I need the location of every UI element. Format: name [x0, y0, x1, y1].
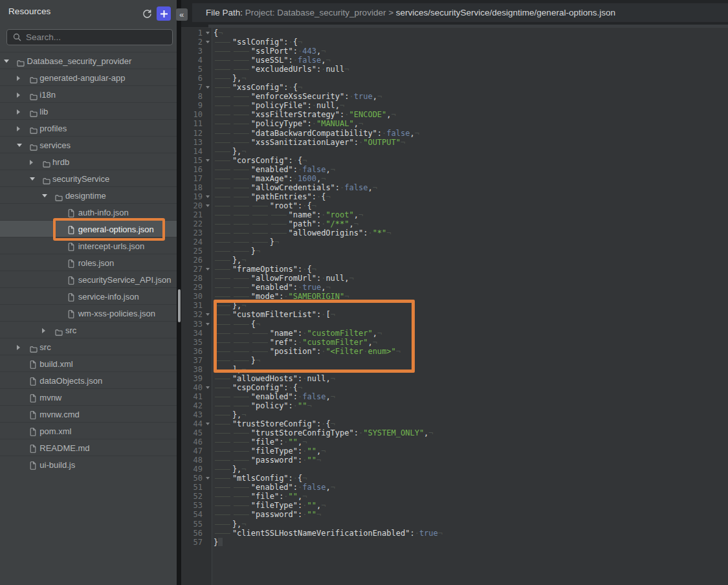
- code-line-38[interactable]: ],¬: [212, 365, 728, 374]
- code-line-18[interactable]: "allowCredentials":·false,¬: [212, 183, 728, 192]
- tree-item-wm-xss-policies-json[interactable]: wm-xss-policies.json: [0, 304, 177, 321]
- tree-item-designtime[interactable]: designtime: [0, 186, 177, 203]
- chevron-expanded-icon[interactable]: [17, 144, 22, 147]
- tree-item-auth-info-json[interactable]: auth-info.json: [0, 203, 177, 220]
- sidebar-scrollbar-thumb[interactable]: [178, 289, 181, 322]
- fold-toggle-icon[interactable]: [206, 41, 210, 43]
- code-line-4[interactable]: "useSSL":·false,¬: [212, 56, 728, 65]
- code-line-32[interactable]: "customFilterList":·[¬: [212, 310, 728, 319]
- tree-item-lib[interactable]: lib: [0, 102, 177, 119]
- code-line-28[interactable]: "allowFromUrl":·null,¬: [212, 274, 728, 283]
- chevron-collapsed-icon[interactable]: [17, 126, 20, 131]
- code-line-23[interactable]: "allowedOrigins":·"*"¬: [212, 228, 728, 237]
- chevron-collapsed-icon[interactable]: [17, 76, 20, 81]
- chevron-collapsed-icon[interactable]: [42, 328, 45, 333]
- code-line-5[interactable]: "excludedUrls":·null¬: [212, 65, 728, 74]
- tree-item-build-xml[interactable]: build.xml: [0, 355, 177, 371]
- refresh-button[interactable]: [142, 8, 153, 19]
- tree-item-readme-md[interactable]: README.md: [0, 439, 177, 456]
- code-line-21[interactable]: "name":·"root",¬: [212, 210, 728, 219]
- code-line-39[interactable]: "allowedHosts":·null,¬: [212, 374, 728, 383]
- code-line-31[interactable]: },¬: [212, 301, 728, 310]
- code-line-46[interactable]: "file":·"",¬: [212, 437, 728, 447]
- code-editor[interactable]: 1234567891011121314151617181920212223242…: [181, 28, 728, 585]
- code-line-10[interactable]: "xssFilterStrategy":·"ENCODE",¬: [212, 110, 728, 119]
- sidebar-scrollbar-track[interactable]: [177, 0, 181, 585]
- code-line-27[interactable]: "frameOptions":·{¬: [212, 265, 728, 274]
- chevron-collapsed-icon[interactable]: [17, 109, 20, 115]
- code-line-57[interactable]: }: [212, 538, 728, 547]
- tree-item-general-options-json[interactable]: general-options.json: [0, 220, 177, 237]
- chevron-expanded-icon[interactable]: [30, 177, 35, 181]
- code-line-7[interactable]: "xssConfig":·{¬: [212, 83, 728, 92]
- code-line-15[interactable]: "corsConfig":·{¬: [212, 156, 728, 165]
- tree-item-database-security-provider[interactable]: Database_security_provider: [0, 52, 177, 69]
- code-line-42[interactable]: "policy":·""¬: [212, 401, 728, 410]
- fold-toggle-icon[interactable]: [206, 195, 210, 198]
- code-line-22[interactable]: "path":·"/**",¬: [212, 219, 728, 228]
- tree-item-service-info-json[interactable]: service-info.json: [0, 287, 177, 304]
- collapse-sidebar-button[interactable]: «: [176, 8, 188, 21]
- code-line-24[interactable]: }¬: [212, 237, 728, 247]
- tree-item-i18n[interactable]: i18n: [0, 85, 177, 102]
- code-line-52[interactable]: "file":·"",¬: [212, 492, 728, 501]
- chevron-collapsed-icon[interactable]: [17, 345, 20, 350]
- code-line-51[interactable]: "enabled":·false,¬: [212, 483, 728, 492]
- tree-item-src[interactable]: src: [0, 321, 177, 338]
- code-line-36[interactable]: "position":·"<Filter·enum>"¬: [212, 347, 728, 356]
- code-line-29[interactable]: "enabled":·true,¬: [212, 283, 728, 292]
- tree-item-pom-xml[interactable]: pom.xml: [0, 422, 177, 439]
- code-line-43[interactable]: },¬: [212, 410, 728, 419]
- code-line-49[interactable]: },¬: [212, 465, 728, 474]
- code-line-54[interactable]: "password":·""¬: [212, 510, 728, 519]
- code-line-13[interactable]: "xssSanitizationLayer":·"OUTPUT"¬: [212, 138, 728, 147]
- add-resource-button[interactable]: [157, 6, 171, 21]
- fold-toggle-icon[interactable]: [206, 323, 210, 326]
- tree-item-securityservice[interactable]: securityService: [0, 170, 177, 186]
- tree-item-mvnw[interactable]: mvnw: [0, 388, 177, 405]
- code-line-3[interactable]: "sslPort":·443,¬: [212, 47, 728, 56]
- fold-toggle-icon[interactable]: [206, 313, 210, 316]
- code-line-37[interactable]: }¬: [212, 356, 728, 365]
- code-line-48[interactable]: "password":·""¬: [212, 456, 728, 465]
- code-line-25[interactable]: }¬: [212, 247, 728, 256]
- code-line-40[interactable]: "cspConfig":·{¬: [212, 383, 728, 392]
- code-line-47[interactable]: "fileType":·"",¬: [212, 447, 728, 456]
- tree-item-generated-angular-app[interactable]: generated-angular-app: [0, 69, 177, 85]
- tree-item-ui-build-js[interactable]: ui-build.js: [0, 456, 177, 472]
- code-line-35[interactable]: "ref":·"customFilter",¬: [212, 338, 728, 347]
- code-line-33[interactable]: {¬: [212, 320, 728, 329]
- chevron-expanded-icon[interactable]: [42, 194, 47, 197]
- code-line-8[interactable]: "enforceXssSecurity":·true,¬: [212, 92, 728, 101]
- chevron-expanded-icon[interactable]: [4, 60, 9, 63]
- code-line-19[interactable]: "pathEntries":·{¬: [212, 192, 728, 201]
- editor-content[interactable]: {¬"sslConfig":·{¬"sslPort":·443,¬"useSSL…: [212, 28, 728, 547]
- chevron-collapsed-icon[interactable]: [17, 93, 20, 98]
- tree-item-profiles[interactable]: profiles: [0, 119, 177, 136]
- code-line-30[interactable]: "mode":·"SAMEORIGIN"¬: [212, 292, 728, 301]
- code-line-11[interactable]: "policyType":·"MANUAL",¬: [212, 119, 728, 128]
- fold-toggle-icon[interactable]: [206, 32, 210, 34]
- fold-toggle-icon[interactable]: [206, 268, 210, 270]
- code-line-50[interactable]: "mtlsConfig":·{¬: [212, 474, 728, 483]
- tree-item-mvnw-cmd[interactable]: mvnw.cmd: [0, 405, 177, 422]
- search-input[interactable]: [26, 32, 172, 42]
- tree-item-intercept-urls-json[interactable]: intercept-urls.json: [0, 237, 177, 254]
- code-line-17[interactable]: "maxAge":·1600,¬: [212, 174, 728, 183]
- code-line-6[interactable]: },¬: [212, 74, 728, 83]
- code-line-26[interactable]: },¬: [212, 256, 728, 265]
- fold-toggle-icon[interactable]: [206, 204, 210, 207]
- tree-item-dataobjects-json[interactable]: dataObjects.json: [0, 371, 177, 388]
- code-line-53[interactable]: "fileType":·"",¬: [212, 501, 728, 510]
- fold-toggle-icon[interactable]: [206, 86, 210, 89]
- code-line-20[interactable]: "root":·{¬: [212, 201, 728, 210]
- code-line-41[interactable]: "enabled":·false,¬: [212, 392, 728, 401]
- code-line-45[interactable]: "trustStoreConfigType":·"SYSTEM_ONLY",¬: [212, 428, 728, 437]
- code-line-12[interactable]: "dataBackwardCompatibility":·false,¬: [212, 129, 728, 138]
- fold-toggle-icon[interactable]: [206, 159, 210, 162]
- code-line-55[interactable]: },¬: [212, 520, 728, 529]
- fold-toggle-icon[interactable]: [206, 386, 210, 389]
- code-line-14[interactable]: },¬: [212, 147, 728, 156]
- tree-item-services[interactable]: services: [0, 136, 177, 153]
- tree-item-securityservice-api-json[interactable]: securityService_API.json: [0, 270, 177, 287]
